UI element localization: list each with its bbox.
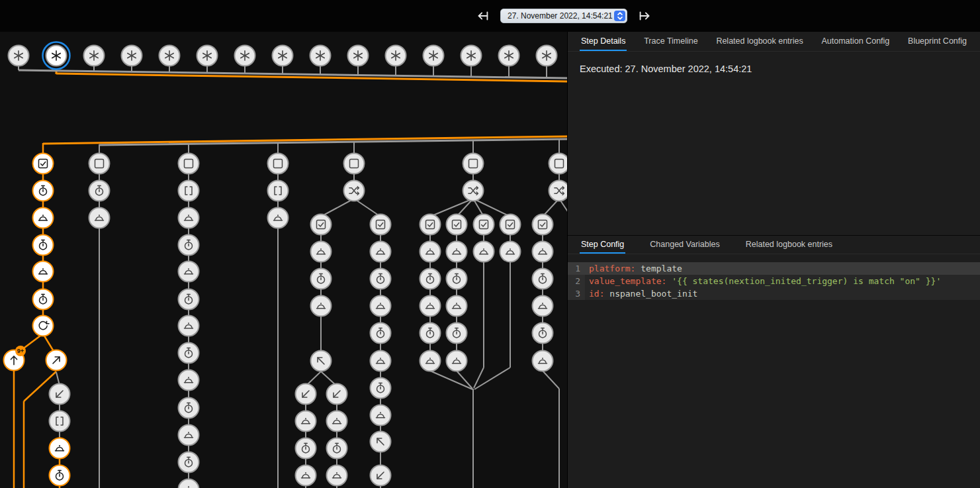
- trace-node-service[interactable]: [33, 262, 54, 282]
- trace-node-timer[interactable]: [311, 269, 332, 289]
- tab-related-logbook-entries-2[interactable]: Related logbook entries: [744, 236, 834, 254]
- trace-node-timer[interactable]: [447, 323, 467, 344]
- trace-node-service[interactable]: [327, 465, 347, 486]
- trace-node-service[interactable]: [179, 316, 199, 336]
- trace-node-timer[interactable]: [371, 269, 391, 289]
- trace-node-service[interactable]: [327, 411, 347, 432]
- trace-node-service[interactable]: [50, 438, 70, 459]
- next-run-button[interactable]: [637, 8, 652, 24]
- trace-node-checkbox-marked[interactable]: [371, 215, 391, 235]
- trace-node-service[interactable]: [179, 208, 199, 228]
- trace-node-checkbox-blank[interactable]: [89, 154, 110, 174]
- trace-node-arrow-up[interactable]: 9+: [4, 346, 26, 371]
- trace-node-asterisk[interactable]: [310, 46, 331, 66]
- step-config-code[interactable]: 1platform: template2value_template: '{{ …: [568, 262, 980, 300]
- trace-node-arrow-up-right[interactable]: [46, 350, 67, 371]
- trace-node-service[interactable]: [296, 411, 316, 432]
- trace-node-checkbox-marked[interactable]: [33, 154, 54, 174]
- trace-node-asterisk[interactable]: [84, 46, 105, 66]
- trace-node-service[interactable]: [89, 208, 110, 228]
- trace-node-arrow-down-left[interactable]: [296, 384, 316, 405]
- trace-node-arrow-down-left[interactable]: [371, 465, 391, 486]
- trace-node-service[interactable]: [420, 351, 441, 371]
- trace-node-arrow-down-left[interactable]: [327, 384, 347, 405]
- trace-node-service[interactable]: [179, 262, 199, 282]
- trace-node-timer[interactable]: [50, 465, 70, 486]
- trace-node-service[interactable]: [533, 296, 553, 317]
- trace-node-checkbox-blank[interactable]: [179, 154, 199, 174]
- trace-node-timer[interactable]: [89, 181, 110, 201]
- trace-node-service[interactable]: [447, 242, 467, 262]
- trace-node-timer[interactable]: [179, 398, 199, 418]
- trace-node-asterisk[interactable]: [43, 42, 70, 70]
- trace-node-brackets[interactable]: [179, 181, 199, 201]
- trace-node-timer[interactable]: [179, 452, 199, 473]
- trace-node-asterisk[interactable]: [197, 46, 218, 66]
- trace-node-checkbox-marked[interactable]: [474, 215, 494, 235]
- trace-node-service[interactable]: [371, 296, 391, 317]
- trace-node-asterisk[interactable]: [9, 46, 29, 66]
- trace-node-arrow-down-left[interactable]: [50, 384, 70, 405]
- trace-node-brackets[interactable]: [50, 411, 70, 432]
- tab-step-details[interactable]: Step Details: [580, 32, 627, 51]
- trace-node-repeat[interactable]: [33, 316, 54, 336]
- trace-node-checkbox-blank[interactable]: [549, 154, 568, 174]
- tab-changed-variables[interactable]: Changed Variables: [648, 236, 721, 254]
- trace-node-timer[interactable]: [179, 235, 199, 256]
- trace-node-timer[interactable]: [533, 269, 553, 289]
- tab-related-logbook-entries[interactable]: Related logbook entries: [715, 32, 804, 51]
- trace-node-arrow-up-left[interactable]: [371, 432, 391, 452]
- trace-node-timer[interactable]: [327, 438, 347, 459]
- trace-node-service[interactable]: [447, 351, 467, 371]
- trace-node-checkbox-marked[interactable]: [533, 215, 553, 235]
- trace-node-split[interactable]: [344, 181, 365, 201]
- trace-node-checkbox-marked[interactable]: [420, 215, 441, 235]
- tab-blueprint-config[interactable]: Blueprint Config: [907, 32, 968, 51]
- trace-node-asterisk[interactable]: [348, 46, 369, 66]
- trace-node-checkbox-marked[interactable]: [447, 215, 467, 235]
- trace-node-service[interactable]: [474, 242, 494, 262]
- trace-node-asterisk[interactable]: [159, 46, 180, 66]
- trace-node-timer[interactable]: [420, 269, 441, 289]
- trace-node-split[interactable]: [463, 181, 484, 201]
- trace-node-asterisk[interactable]: [423, 46, 444, 66]
- trace-node-brackets[interactable]: [268, 181, 289, 201]
- trace-node-checkbox-blank[interactable]: [268, 154, 289, 174]
- trace-node-checkbox-blank[interactable]: [463, 154, 484, 174]
- trace-node-asterisk[interactable]: [273, 46, 293, 66]
- trace-node-service[interactable]: [311, 296, 332, 317]
- trace-node-timer[interactable]: [296, 438, 316, 459]
- trace-node-timer[interactable]: [447, 269, 467, 289]
- trace-node-service[interactable]: [296, 465, 316, 486]
- trace-node-service[interactable]: [33, 208, 54, 228]
- trace-node-service[interactable]: [420, 296, 441, 317]
- trace-node-timer[interactable]: [179, 289, 199, 310]
- trace-node-split[interactable]: [549, 181, 568, 201]
- trace-node-asterisk[interactable]: [235, 46, 255, 66]
- trace-node-checkbox-blank[interactable]: [344, 154, 365, 174]
- trace-node-service[interactable]: [179, 425, 199, 446]
- trace-node-service[interactable]: [371, 351, 391, 371]
- trace-node-asterisk[interactable]: [499, 46, 519, 66]
- tab-step-config[interactable]: Step Config: [580, 236, 625, 254]
- previous-run-button[interactable]: [475, 8, 491, 24]
- tab-automation-config[interactable]: Automation Config: [820, 32, 891, 51]
- run-select[interactable]: 27. November 2022, 14:54:21: [500, 9, 627, 23]
- trace-node-asterisk[interactable]: [537, 46, 557, 66]
- trace-node-timer[interactable]: [371, 378, 391, 399]
- trace-node-timer[interactable]: [33, 289, 54, 310]
- trace-node-checkbox-marked[interactable]: [311, 215, 332, 235]
- trace-node-timer[interactable]: [33, 181, 54, 201]
- trace-node-service[interactable]: [311, 242, 332, 262]
- trace-node-service[interactable]: [420, 242, 441, 262]
- trace-node-asterisk[interactable]: [461, 46, 482, 66]
- trace-node-asterisk[interactable]: [386, 46, 406, 66]
- trace-node-service[interactable]: [447, 296, 467, 317]
- trace-node-timer[interactable]: [179, 343, 199, 364]
- trace-node-service[interactable]: [533, 242, 553, 262]
- trace-node-arrow-up-left[interactable]: [311, 351, 332, 371]
- trace-node-service[interactable]: [500, 242, 521, 262]
- trace-node-timer[interactable]: [371, 323, 391, 344]
- trace-node-timer[interactable]: [533, 323, 553, 344]
- trace-node-timer[interactable]: [420, 323, 441, 344]
